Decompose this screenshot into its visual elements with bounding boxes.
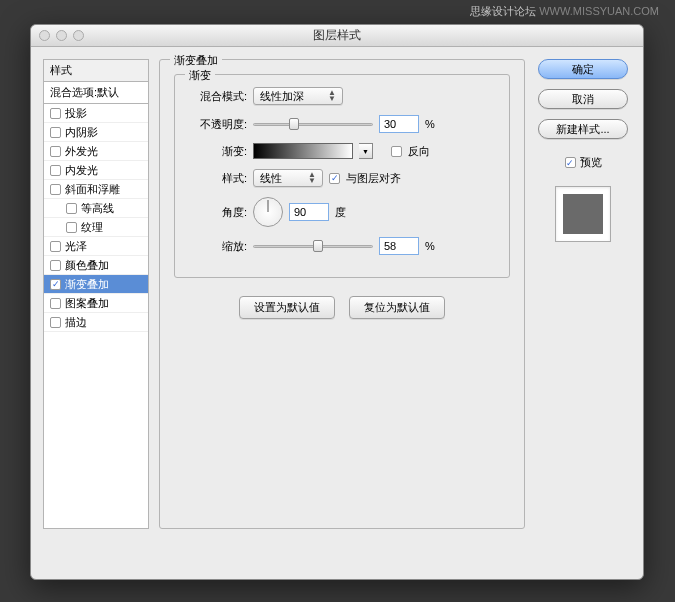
style-item-11[interactable]: 描边	[44, 313, 148, 332]
style-checkbox[interactable]	[50, 184, 61, 195]
style-item-label: 颜色叠加	[65, 258, 109, 273]
zoom-icon[interactable]	[73, 30, 84, 41]
scale-slider[interactable]	[253, 239, 373, 253]
style-item-label: 光泽	[65, 239, 87, 254]
blending-options-item[interactable]: 混合选项:默认	[44, 82, 148, 104]
watermark: 思缘设计论坛 WWW.MISSYUAN.COM	[470, 4, 659, 19]
reset-default-button[interactable]: 复位为默认值	[349, 296, 445, 319]
style-checkbox[interactable]	[50, 108, 61, 119]
layer-style-dialog: 图层样式 样式 混合选项:默认 投影内阴影外发光内发光斜面和浮雕等高线纹理光泽颜…	[30, 24, 644, 580]
gradient-overlay-group: 渐变叠加 渐变 混合模式: 线性加深 ▲▼ 不透明度:	[159, 59, 525, 529]
style-checkbox[interactable]	[66, 203, 77, 214]
style-item-label: 内发光	[65, 163, 98, 178]
minimize-icon[interactable]	[56, 30, 67, 41]
style-item-label: 斜面和浮雕	[65, 182, 120, 197]
group-title: 渐变叠加	[170, 53, 222, 68]
blend-mode-label: 混合模式:	[189, 89, 247, 104]
scale-label: 缩放:	[189, 239, 247, 254]
style-item-4[interactable]: 斜面和浮雕	[44, 180, 148, 199]
style-item-7[interactable]: 光泽	[44, 237, 148, 256]
angle-label: 角度:	[189, 205, 247, 220]
style-item-label: 描边	[65, 315, 87, 330]
style-item-1[interactable]: 内阴影	[44, 123, 148, 142]
styles-header: 样式	[44, 60, 148, 82]
style-item-9[interactable]: 渐变叠加	[44, 275, 148, 294]
opacity-input[interactable]	[379, 115, 419, 133]
preview-checkbox[interactable]	[565, 157, 576, 168]
blend-mode-select[interactable]: 线性加深 ▲▼	[253, 87, 343, 105]
make-default-button[interactable]: 设置为默认值	[239, 296, 335, 319]
opacity-slider[interactable]	[253, 117, 373, 131]
subgroup-title: 渐变	[185, 68, 215, 83]
new-style-button[interactable]: 新建样式...	[538, 119, 628, 139]
style-item-3[interactable]: 内发光	[44, 161, 148, 180]
style-item-label: 内阴影	[65, 125, 98, 140]
scale-input[interactable]	[379, 237, 419, 255]
style-checkbox[interactable]	[50, 146, 61, 157]
close-icon[interactable]	[39, 30, 50, 41]
style-item-5[interactable]: 等高线	[44, 199, 148, 218]
ok-button[interactable]: 确定	[538, 59, 628, 79]
chevron-updown-icon: ▲▼	[308, 172, 316, 184]
opacity-label: 不透明度:	[189, 117, 247, 132]
style-label: 样式:	[189, 171, 247, 186]
window-title: 图层样式	[313, 27, 361, 44]
style-item-10[interactable]: 图案叠加	[44, 294, 148, 313]
scale-unit: %	[425, 240, 435, 252]
reverse-label: 反向	[408, 144, 430, 159]
style-item-label: 图案叠加	[65, 296, 109, 311]
window-controls	[39, 30, 84, 41]
gradient-dropdown-button[interactable]: ▼	[359, 143, 373, 159]
style-checkbox[interactable]	[50, 279, 61, 290]
style-checkbox[interactable]	[50, 260, 61, 271]
align-checkbox[interactable]	[329, 173, 340, 184]
styles-panel: 样式 混合选项:默认 投影内阴影外发光内发光斜面和浮雕等高线纹理光泽颜色叠加渐变…	[43, 59, 149, 529]
preview-label: 预览	[580, 155, 602, 170]
style-item-label: 纹理	[81, 220, 103, 235]
preview-swatch	[555, 186, 611, 242]
style-item-2[interactable]: 外发光	[44, 142, 148, 161]
style-item-0[interactable]: 投影	[44, 104, 148, 123]
gradient-label: 渐变:	[189, 144, 247, 159]
style-item-label: 投影	[65, 106, 87, 121]
style-item-label: 渐变叠加	[65, 277, 109, 292]
style-checkbox[interactable]	[50, 165, 61, 176]
style-checkbox[interactable]	[50, 298, 61, 309]
style-checkbox[interactable]	[50, 127, 61, 138]
style-item-label: 外发光	[65, 144, 98, 159]
angle-dial[interactable]	[253, 197, 283, 227]
titlebar: 图层样式	[31, 25, 643, 47]
style-checkbox[interactable]	[50, 317, 61, 328]
style-item-label: 等高线	[81, 201, 114, 216]
opacity-unit: %	[425, 118, 435, 130]
style-select[interactable]: 线性 ▲▼	[253, 169, 323, 187]
style-item-6[interactable]: 纹理	[44, 218, 148, 237]
gradient-subgroup: 渐变 混合模式: 线性加深 ▲▼ 不透明度:	[174, 74, 510, 278]
style-checkbox[interactable]	[66, 222, 77, 233]
angle-input[interactable]	[289, 203, 329, 221]
align-label: 与图层对齐	[346, 171, 401, 186]
reverse-checkbox[interactable]	[391, 146, 402, 157]
chevron-updown-icon: ▲▼	[328, 90, 336, 102]
cancel-button[interactable]: 取消	[538, 89, 628, 109]
style-item-8[interactable]: 颜色叠加	[44, 256, 148, 275]
gradient-swatch[interactable]	[253, 143, 353, 159]
angle-unit: 度	[335, 205, 346, 220]
style-checkbox[interactable]	[50, 241, 61, 252]
